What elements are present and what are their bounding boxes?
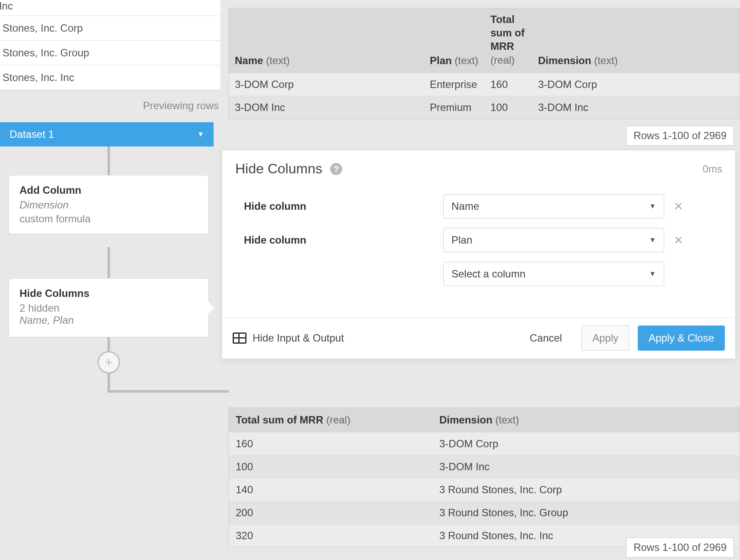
- cell-dimension: 3 Round Stones, Inc. Group: [439, 507, 733, 519]
- apply-close-button[interactable]: Apply & Close: [638, 326, 725, 351]
- node-subtitle: 2 hidden: [19, 302, 198, 314]
- node-title: Add Column: [19, 184, 198, 196]
- col-header-dimension[interactable]: Dimension (text): [439, 414, 733, 426]
- dataset-title: Dataset 1: [10, 128, 54, 140]
- column-select[interactable]: Name ▼: [443, 194, 664, 218]
- cell-mrr: 320: [236, 530, 439, 542]
- cell-name: 3-DOM Inc: [235, 101, 430, 114]
- flow-connector: [107, 371, 110, 392]
- modal-header: Hide Columns ? 0ms: [222, 150, 735, 181]
- hide-column-field: Select a column ▼ ✕: [244, 262, 714, 286]
- modal-title: Hide Columns: [235, 161, 322, 177]
- cell-dimension: 3-DOM Corp: [538, 78, 734, 91]
- background-table: JM Inc und Stones, Inc. Corp und Stones,…: [0, 0, 221, 91]
- modal-footer: Hide Input & Output Cancel Apply Apply &…: [222, 317, 735, 358]
- cell-mrr: 200: [236, 507, 439, 519]
- bg-row: JM Inc: [0, 0, 221, 16]
- bg-row: und Stones, Inc. Corp: [0, 16, 221, 41]
- previewing-label: Previewing rows: [143, 100, 219, 112]
- node-detail: Name, Plan: [19, 314, 198, 326]
- select-value: Select a column: [451, 268, 526, 280]
- help-icon[interactable]: ?: [330, 163, 342, 175]
- bg-row: und Stones, Inc. Group: [0, 41, 221, 65]
- input-preview-table: Name (text) Plan (text) Total sum of MRR…: [228, 8, 740, 119]
- cell-mrr: 140: [236, 484, 439, 496]
- cancel-button[interactable]: Cancel: [519, 326, 573, 351]
- chevron-down-icon: ▼: [649, 202, 656, 210]
- table-row: 160 3-DOM Corp: [229, 432, 740, 455]
- hide-io-toggle[interactable]: Hide Input & Output: [233, 332, 510, 344]
- dataset-header[interactable]: Dataset 1 ▼: [0, 122, 214, 147]
- col-header-name[interactable]: Name (text): [235, 55, 430, 67]
- flow-node-hide-columns[interactable]: Hide Columns 2 hidden Name, Plan: [9, 278, 209, 337]
- table-icon: [233, 332, 247, 344]
- close-icon: ✕: [674, 234, 683, 247]
- output-preview-table: Total sum of MRR (real) Dimension (text)…: [228, 407, 740, 547]
- node-title: Hide Columns: [19, 287, 198, 300]
- cell-mrr: 100: [490, 101, 538, 114]
- table-header-row: Name (text) Plan (text) Total sum of MRR…: [229, 8, 740, 73]
- col-header-plan[interactable]: Plan (text): [430, 55, 490, 67]
- hide-io-label: Hide Input & Output: [253, 332, 344, 344]
- plus-icon: +: [105, 355, 113, 370]
- remove-button[interactable]: ✕: [674, 234, 687, 247]
- modal-body: Hide column Name ▼ ✕ Hide column Plan ▼ …: [222, 181, 735, 317]
- cell-dimension: 3-DOM Inc: [538, 101, 734, 114]
- flow-connector: [107, 390, 229, 393]
- cell-mrr: 160: [490, 78, 538, 91]
- column-select[interactable]: Plan ▼: [443, 228, 664, 252]
- column-select-placeholder[interactable]: Select a column ▼: [443, 262, 664, 286]
- table-row: 3-DOM Inc Premium 100 3-DOM Inc: [229, 96, 740, 119]
- table-row: 3-DOM Corp Enterprise 160 3-DOM Corp: [229, 73, 740, 96]
- remove-button[interactable]: ✕: [674, 200, 687, 213]
- cell-dimension: 3 Round Stones, Inc. Corp: [439, 484, 733, 496]
- select-value: Plan: [451, 234, 472, 246]
- col-header-mrr[interactable]: Total sum of MRR (real): [236, 414, 439, 426]
- node-detail: custom formula: [19, 213, 198, 225]
- field-label: Hide column: [244, 234, 443, 246]
- flow-node-add-column[interactable]: Add Column Dimension custom formula: [9, 175, 209, 234]
- table-row: 140 3 Round Stones, Inc. Corp: [229, 478, 740, 501]
- hide-columns-modal: Hide Columns ? 0ms Hide column Name ▼ ✕ …: [222, 150, 736, 359]
- hide-column-field: Hide column Plan ▼ ✕: [244, 228, 714, 252]
- cell-name: 3-DOM Corp: [235, 78, 430, 91]
- hide-column-field: Hide column Name ▼ ✕: [244, 194, 714, 218]
- chevron-down-icon: ▼: [197, 130, 204, 138]
- cell-plan: Enterprise: [430, 78, 490, 91]
- cell-dimension: 3-DOM Corp: [439, 438, 733, 450]
- table-row: 100 3-DOM Inc: [229, 455, 740, 478]
- col-header-dimension[interactable]: Dimension (text): [538, 55, 734, 67]
- rows-counter: Rows 1-100 of 2969: [626, 537, 734, 557]
- node-subtitle: Dimension: [19, 199, 198, 211]
- chevron-down-icon: ▼: [649, 270, 656, 278]
- table-header-row: Total sum of MRR (real) Dimension (text): [229, 408, 740, 432]
- chevron-down-icon: ▼: [649, 236, 656, 244]
- apply-button[interactable]: Apply: [581, 326, 629, 351]
- bg-row: und Stones, Inc. Inc: [0, 65, 221, 90]
- flow-connector: [107, 147, 110, 175]
- cell-mrr: 100: [236, 461, 439, 473]
- close-icon: ✕: [674, 200, 683, 213]
- cell-dimension: 3-DOM Inc: [439, 461, 733, 473]
- table-row: 200 3 Round Stones, Inc. Group: [229, 501, 740, 524]
- col-header-mrr[interactable]: Total sum of MRR(real): [490, 13, 538, 67]
- timing-label: 0ms: [703, 163, 722, 175]
- cell-mrr: 160: [236, 438, 439, 450]
- cell-plan: Premium: [430, 101, 490, 114]
- add-step-button[interactable]: +: [97, 351, 120, 374]
- field-label: Hide column: [244, 200, 443, 212]
- select-value: Name: [451, 200, 479, 212]
- rows-counter: Rows 1-100 of 2969: [626, 126, 734, 146]
